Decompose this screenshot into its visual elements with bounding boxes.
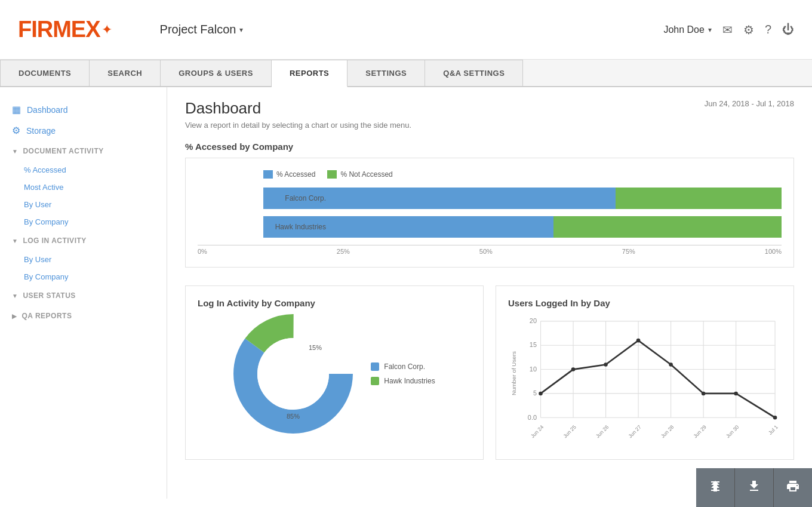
sidebar-item-doc-by-company[interactable]: By Company bbox=[0, 213, 167, 231]
tab-groups-users[interactable]: GROUPS & USERS bbox=[161, 60, 272, 86]
donut-chart-title: Log In Activity by Company bbox=[198, 298, 471, 308]
data-point-8 bbox=[773, 416, 777, 420]
data-point-1 bbox=[539, 392, 543, 396]
sidebar-section-qa-reports[interactable]: ▶ QA REPORTS bbox=[0, 306, 167, 326]
bottom-charts-row: Log In Activity by Company 85% 15% bbox=[185, 285, 794, 460]
axis-label: 100% bbox=[765, 248, 782, 255]
svg-text:5: 5 bbox=[533, 389, 537, 397]
bar-chart-container[interactable]: % Accessed % Not Accessed Falcon Corp.Ha… bbox=[185, 158, 794, 268]
donut-label-falcon: Falcon Corp. bbox=[384, 362, 425, 371]
user-selector[interactable]: John Doe ▾ bbox=[663, 24, 712, 35]
section-label-qa: QA REPORTS bbox=[22, 312, 72, 320]
mail-icon[interactable]: ✉ bbox=[722, 23, 733, 37]
content-header: Dashboard View a report in detail by sel… bbox=[185, 99, 794, 130]
bar-row-label: Falcon Corp. bbox=[263, 188, 326, 209]
sidebar-item-dashboard[interactable]: ▦ Dashboard bbox=[0, 99, 167, 120]
svg-text:Jun 24: Jun 24 bbox=[530, 424, 545, 440]
help-icon[interactable]: ? bbox=[765, 23, 771, 36]
legend-not-accessed: % Not Accessed bbox=[327, 170, 392, 179]
donut-container: 85% 15% Falcon Corp. Hawk Industries bbox=[198, 314, 471, 434]
bar-not-accessed bbox=[553, 216, 782, 238]
svg-text:Jun 27: Jun 27 bbox=[627, 424, 642, 440]
sidebar-item-most-active[interactable]: Most Active bbox=[0, 179, 167, 196]
line-chart-section[interactable]: Users Logged In by Day bbox=[496, 285, 794, 460]
tab-documents[interactable]: DOCUMENTS bbox=[0, 60, 90, 86]
line-chart-container: 20 15 10 5 0.0 Number of Users bbox=[508, 314, 782, 447]
sidebar-section-login-activity[interactable]: ▼ LOG IN ACTIVITY bbox=[0, 231, 167, 251]
donut-legend-falcon: Falcon Corp. bbox=[371, 362, 435, 371]
sidebar-section-user-status[interactable]: ▼ USER STATUS bbox=[0, 285, 167, 306]
svg-rect-28 bbox=[750, 490, 758, 491]
line-chart-line bbox=[541, 340, 776, 417]
footer-upload-btn[interactable] bbox=[696, 468, 734, 499]
storage-icon: ⚙ bbox=[12, 125, 20, 136]
bar-chart-section: % Accessed by Company % Accessed % Not A… bbox=[185, 142, 794, 268]
sidebar-item-label: Dashboard bbox=[27, 105, 68, 115]
donut-legend: Falcon Corp. Hawk Industries bbox=[371, 362, 435, 385]
nav-tabs: DOCUMENTS SEARCH GROUPS & USERS REPORTS … bbox=[0, 60, 812, 87]
bar-axis-labels: 0%25%50%75%100% bbox=[198, 245, 782, 255]
axis-label: 25% bbox=[337, 248, 350, 255]
page-subtitle: View a report in detail by selecting a c… bbox=[185, 121, 411, 130]
tab-qa-settings[interactable]: Q&A SETTINGS bbox=[425, 60, 523, 86]
donut-chart-section[interactable]: Log In Activity by Company 85% 15% bbox=[185, 285, 484, 460]
sidebar-section-document-activity[interactable]: ▼ DOCUMENT ACTIVITY bbox=[0, 141, 167, 161]
section-label-login: LOG IN ACTIVITY bbox=[23, 236, 86, 245]
header: FIRMEX ✦ Project Falcon ▾ John Doe ▾ ✉ ⚙… bbox=[0, 0, 812, 60]
footer-print-btn[interactable] bbox=[773, 468, 812, 499]
section-arrow-login: ▼ bbox=[12, 238, 18, 244]
sidebar-item-storage[interactable]: ⚙ Storage bbox=[0, 120, 167, 141]
legend-color-accessed bbox=[263, 170, 273, 179]
logo-icon: ✦ bbox=[102, 22, 112, 38]
sidebar-item-label: Storage bbox=[26, 126, 56, 136]
svg-text:Jun 30: Jun 30 bbox=[725, 424, 740, 440]
section-arrow-user: ▼ bbox=[12, 293, 18, 299]
content-title-block: Dashboard View a report in detail by sel… bbox=[185, 99, 411, 130]
project-name: Project Falcon bbox=[160, 23, 236, 36]
bar-chart-title: % Accessed by Company bbox=[185, 142, 794, 152]
bar-track bbox=[263, 216, 782, 238]
user-dropdown-arrow: ▾ bbox=[708, 26, 712, 34]
tab-reports[interactable]: REPORTS bbox=[272, 60, 347, 87]
legend-label-not-accessed: % Not Accessed bbox=[340, 170, 392, 179]
logo: FIRMEX ✦ bbox=[18, 17, 112, 42]
sidebar-item-login-by-user[interactable]: By User bbox=[0, 251, 167, 268]
tab-settings[interactable]: SETTINGS bbox=[347, 60, 425, 86]
bar-axis: 0%25%50%75%100% bbox=[198, 245, 782, 255]
svg-text:15: 15 bbox=[530, 341, 537, 348]
sidebar-item-login-by-company[interactable]: By Company bbox=[0, 268, 167, 285]
svg-text:Jun 29: Jun 29 bbox=[692, 424, 708, 440]
svg-rect-27 bbox=[711, 490, 719, 491]
content-area: Dashboard View a report in detail by sel… bbox=[167, 87, 812, 499]
data-point-5 bbox=[669, 362, 673, 367]
dashboard-icon: ▦ bbox=[12, 104, 21, 115]
tab-search[interactable]: SEARCH bbox=[90, 60, 161, 86]
axis-label: 0% bbox=[198, 248, 207, 255]
header-right: John Doe ▾ ✉ ⚙ ? ⏻ bbox=[663, 23, 794, 37]
section-arrow-doc: ▼ bbox=[12, 148, 18, 155]
power-icon[interactable]: ⏻ bbox=[782, 23, 794, 36]
data-point-6 bbox=[702, 392, 706, 396]
main-layout: ▦ Dashboard ⚙ Storage ▼ DOCUMENT ACTIVIT… bbox=[0, 87, 812, 499]
settings-icon[interactable]: ⚙ bbox=[743, 23, 754, 37]
data-point-7 bbox=[734, 392, 738, 396]
page-title: Dashboard bbox=[185, 99, 411, 118]
svg-text:Jul 1: Jul 1 bbox=[767, 424, 779, 436]
footer-download-btn[interactable] bbox=[734, 468, 773, 499]
data-point-2 bbox=[571, 367, 576, 371]
user-name: John Doe bbox=[663, 24, 705, 35]
svg-text:20: 20 bbox=[530, 317, 537, 324]
svg-text:Jun 25: Jun 25 bbox=[562, 424, 577, 440]
sidebar-item-doc-by-user[interactable]: By User bbox=[0, 196, 167, 213]
bar-track bbox=[263, 188, 782, 209]
data-point-4 bbox=[636, 339, 641, 343]
donut-legend-hawk: Hawk Industries bbox=[371, 377, 435, 385]
svg-text:0.0: 0.0 bbox=[528, 414, 537, 421]
donut-label-pct2: 15% bbox=[309, 344, 322, 351]
axis-label: 50% bbox=[479, 248, 493, 255]
bar-row: Falcon Corp. bbox=[263, 188, 782, 209]
line-chart-svg: 20 15 10 5 0.0 Number of Users bbox=[508, 314, 782, 445]
sidebar-item-pct-accessed[interactable]: % Accessed bbox=[0, 161, 167, 179]
project-selector[interactable]: Project Falcon ▾ bbox=[160, 23, 244, 36]
donut-label-hawk: Hawk Industries bbox=[384, 377, 435, 385]
